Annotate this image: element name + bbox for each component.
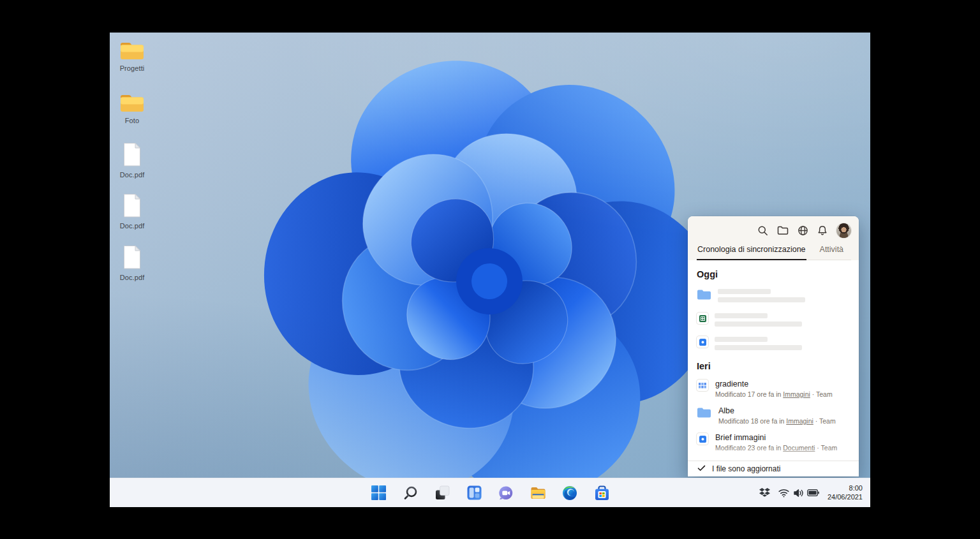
desktop-icon-label: Doc.pdf (110, 274, 154, 281)
desktop: Progetti Foto Doc.pdf Doc.pdf (110, 33, 870, 507)
skeleton-bar (715, 321, 802, 327)
skeleton-row (697, 288, 850, 303)
task-view-button[interactable] (434, 485, 450, 501)
skeleton-bar (718, 297, 805, 302)
taskbar: 8:00 24/06/2021 (110, 478, 870, 507)
file-name: Albe (718, 406, 836, 415)
meta-link-immagini[interactable]: Immagini (786, 417, 813, 425)
file-row-brief-immagini[interactable]: Brief immagini Modificato 23 ore fa in D… (697, 433, 850, 452)
folder-icon (697, 288, 711, 303)
clock-time: 8:00 (828, 484, 863, 493)
skeleton-bar (715, 345, 802, 350)
teams-chat-icon (498, 485, 514, 501)
file-row-gradiente[interactable]: gradiente Modificato 17 ore fa in Immagi… (697, 380, 850, 398)
globe-icon[interactable] (798, 222, 808, 239)
edge-button[interactable] (561, 485, 578, 501)
desktop-icon-doc-pdf-2[interactable]: Doc.pdf (110, 193, 154, 230)
meta-link-immagini[interactable]: Immagini (783, 390, 810, 398)
desktop-icon-progetti[interactable]: Progetti (110, 40, 154, 72)
desktop-icon-foto[interactable]: Foto (110, 92, 154, 124)
paper-doc-icon (697, 433, 708, 445)
search-icon (403, 485, 418, 500)
file-meta: Modificato 23 ore fa in Documenti · Team (715, 444, 837, 452)
bell-icon[interactable] (817, 222, 828, 239)
paper-doc-icon (697, 336, 708, 348)
taskbar-search-button[interactable] (402, 485, 419, 501)
file-row-alba004[interactable]: alba004.png Modificato 24 ore fa in Imma… (697, 460, 850, 461)
task-view-icon (435, 485, 450, 500)
wifi-icon[interactable] (778, 485, 791, 501)
document-icon (110, 142, 154, 167)
section-title-today: Oggi (697, 269, 850, 279)
search-icon[interactable] (757, 222, 768, 239)
skeleton-row (697, 313, 850, 327)
image-file-icon (697, 380, 708, 391)
edge-browser-icon (562, 485, 577, 501)
dropbox-panel: Cronologia di sincronizzazione Attività … (688, 216, 859, 476)
skeleton-bar (715, 313, 768, 318)
file-name: alba004.png (715, 460, 833, 461)
widgets-icon (467, 485, 482, 500)
file-row-albe[interactable]: Albe Modificato 18 ore fa in Immagini · … (697, 406, 850, 425)
file-meta: Modificato 18 ore fa in Immagini · Team (718, 417, 836, 425)
tab-activity[interactable]: Attività (819, 242, 845, 260)
widgets-button[interactable] (466, 485, 482, 501)
skeleton-bar (718, 289, 771, 294)
battery-icon[interactable] (807, 485, 820, 501)
check-icon (697, 464, 706, 473)
user-avatar[interactable] (836, 223, 851, 238)
section-title-yesterday: Ieri (697, 361, 850, 371)
folder-icon (110, 92, 154, 113)
desktop-icon-label: Foto (110, 117, 154, 124)
clock-date: 24/06/2021 (828, 493, 863, 502)
file-meta: Modificato 17 ore fa in Immagini · Team (715, 390, 833, 398)
desktop-icon-doc-pdf-3[interactable]: Doc.pdf (110, 245, 154, 281)
skeleton-bar (715, 337, 768, 342)
file-explorer-button[interactable] (530, 485, 546, 501)
spreadsheet-file-icon (697, 313, 708, 324)
document-icon (110, 245, 154, 270)
meta-link-documenti[interactable]: Documenti (783, 444, 815, 452)
desktop-icon-doc-pdf-1[interactable]: Doc.pdf (110, 142, 154, 179)
dropbox-panel-header: Cronologia di sincronizzazione Attività (688, 216, 859, 260)
desktop-icon-label: Doc.pdf (110, 171, 154, 179)
sync-history-list: Oggi (688, 260, 859, 461)
sync-status-text: I file sono aggiornati (712, 464, 780, 473)
chat-button[interactable] (498, 485, 514, 501)
start-button[interactable] (370, 485, 387, 501)
image-file-icon (697, 460, 708, 461)
folder-icon[interactable] (777, 222, 789, 239)
sync-status-bar: I file sono aggiornati (688, 461, 859, 476)
document-icon (110, 193, 154, 218)
folder-icon (697, 406, 711, 421)
store-button[interactable] (593, 485, 610, 501)
file-name: gradiente (715, 380, 833, 388)
dropbox-tray-icon[interactable] (759, 485, 771, 501)
volume-icon[interactable] (792, 485, 805, 501)
panel-tabs: Cronologia di sincronizzazione Attività (697, 239, 851, 260)
taskbar-clock[interactable]: 8:00 24/06/2021 (828, 484, 863, 502)
tab-sync-history[interactable]: Cronologia di sincronizzazione (697, 242, 806, 260)
skeleton-row (697, 336, 850, 350)
windows-logo-icon (371, 485, 386, 500)
wallpaper-bloom-graphic (209, 33, 770, 507)
file-name: Brief immagini (715, 433, 837, 442)
desktop-icon-label: Doc.pdf (110, 222, 154, 230)
desktop-icon-label: Progetti (110, 64, 154, 72)
file-explorer-icon (530, 486, 546, 500)
folder-icon (110, 40, 154, 61)
microsoft-store-icon (595, 485, 609, 501)
